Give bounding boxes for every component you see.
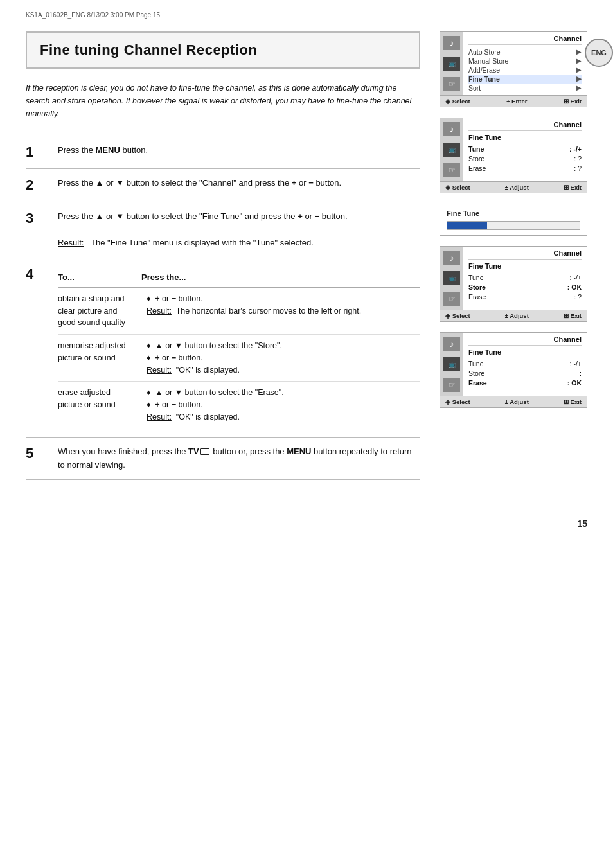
step-2-minus: −: [308, 178, 314, 188]
step-4-body: To... Press the... obtain a sharp and cl…: [58, 266, 420, 429]
channel-menu-item-autosore: Auto Store ▶: [468, 48, 582, 57]
page-number-container: 15: [0, 506, 613, 542]
row1-action: obtain a sharp and clear picture and goo…: [58, 287, 141, 334]
col-header-press: Press the...: [141, 269, 420, 287]
channel-menu-screen: ♪ 📺 ☞ Channel Auto Store ▶ Manual Store …: [440, 31, 587, 107]
step-2: 2 Press the ▲ or ▼ button to select the …: [26, 168, 420, 201]
title-box: Fine tuning Channel Reception: [26, 31, 420, 69]
footer-select-4: ◈ Select: [445, 398, 470, 405]
fine-tune-bar-container: [447, 221, 580, 230]
fine-tune-store-header: Channel: [468, 249, 582, 260]
table-row: erase adjusted picture or sound ♦ ▲ or ▼…: [58, 382, 420, 429]
menu-icon-4-2: 📺: [443, 357, 460, 371]
fine-tune-store-content: Channel Fine Tune Tune : -/+ Store : OK …: [463, 247, 587, 310]
step-3-result-label: Result:: [58, 238, 84, 247]
fine-tune-erase-header: Channel: [468, 335, 582, 346]
fine-tune-1-title: Fine Tune: [468, 134, 582, 141]
footer-exit: ⊞ Exit: [564, 98, 582, 105]
menu-icon-1: ♪: [443, 36, 460, 50]
fine-tune-erase-footer: ◈ Select ± Adjust ⊞ Exit: [440, 396, 587, 407]
fine-tune-menu-screen-store: ♪ 📺 ☞ Channel Fine Tune Tune : -/+ Store…: [440, 246, 587, 322]
right-column: ♪ 📺 ☞ Channel Auto Store ▶ Manual Store …: [440, 31, 587, 480]
fine-tune-erase-title: Fine Tune: [468, 348, 582, 356]
row2-result-label: Result:: [147, 366, 172, 375]
page-title: Fine tuning Channel Reception: [40, 42, 406, 58]
menu-icon-2-3: ☞: [443, 163, 460, 177]
fine-tune-1-footer: ◈ Select ± Adjust ⊞ Exit: [440, 181, 587, 193]
fine-tune-store-title: Fine Tune: [468, 262, 582, 270]
step-5-tv: TV: [188, 447, 199, 456]
file-info: KS1A_01602B_ENG 8/13/02 3:00 PM Page 15: [26, 12, 160, 19]
submenu-store: Store : ?: [468, 154, 582, 163]
step-3-body: Press the ▲ or ▼ button to select the "F…: [58, 210, 420, 250]
submenu-tune-3: Tune : -/+: [468, 272, 582, 282]
submenu-store-3: Store : OK: [468, 282, 582, 292]
menu-icon-4-3: ☞: [443, 378, 460, 392]
step-4-number: 4: [26, 266, 45, 283]
row3-action: erase adjusted picture or sound: [58, 382, 141, 429]
step-1-bold: MENU: [96, 145, 120, 155]
fine-tune-menu-screen-1: ♪ 📺 ☞ Channel Fine Tune Tune : -/+ Store…: [440, 118, 587, 193]
footer-adjust-2: ± Adjust: [505, 184, 529, 191]
menu-icon-2-1: ♪: [443, 122, 460, 136]
step-5: 5 When you have finished, press the TV b…: [26, 437, 420, 481]
channel-menu-item-manualstore: Manual Store ▶: [468, 57, 582, 66]
footer-select-2: ◈ Select: [445, 184, 470, 191]
menu-icons: ♪ 📺 ☞: [440, 32, 463, 95]
menu-icons-3: ♪ 📺 ☞: [440, 247, 463, 310]
step-4-table: To... Press the... obtain a sharp and cl…: [58, 269, 420, 429]
col-header-to: To...: [58, 269, 141, 287]
page-number: 15: [577, 518, 587, 529]
channel-menu-item-finetune: Fine Tune ▶: [468, 75, 582, 84]
table-row: memorise adjusted picture or sound ♦ ▲ o…: [58, 335, 420, 382]
menu-icon-3-3: ☞: [443, 292, 460, 306]
step-1: 1 Press the MENU button.: [26, 136, 420, 168]
footer-exit-3: ⊞ Exit: [564, 312, 582, 319]
submenu-tune: Tune : -/+: [468, 144, 582, 154]
footer-adjust-3: ± Adjust: [505, 312, 529, 319]
channel-menu-item-sort: Sort ▶: [468, 84, 582, 93]
row3-result-label: Result:: [147, 412, 172, 421]
step-3: 3 Press the ▲ or ▼ button to select the …: [26, 202, 420, 258]
submenu-tune-4: Tune : -/+: [468, 359, 582, 368]
left-column: Fine tuning Channel Reception If the rec…: [26, 31, 420, 480]
step-3-minus: −: [315, 211, 320, 221]
submenu-erase-4: Erase : OK: [468, 378, 582, 387]
menu-icons-2: ♪ 📺 ☞: [440, 118, 463, 181]
channel-menu-content: Channel Auto Store ▶ Manual Store ▶ Add/…: [463, 32, 587, 95]
row1-result-label: Result:: [147, 306, 172, 315]
footer-enter: ± Enter: [506, 98, 527, 105]
fine-tune-bar-fill: [447, 222, 487, 229]
menu-icon-3-1: ♪: [443, 251, 460, 265]
fine-tune-1-header: Channel: [468, 121, 582, 131]
step-4: 4 To... Press the... obtain a sharp and …: [26, 258, 420, 437]
main-content: Fine tuning Channel Reception If the rec…: [0, 19, 613, 506]
step-2-number: 2: [26, 177, 45, 193]
row1-instruction: ♦ + or − button. Result: The horizontal …: [141, 287, 420, 334]
fine-tune-bar-screen: Fine Tune: [440, 204, 587, 236]
menu-icons-4: ♪ 📺 ☞: [440, 333, 463, 396]
channel-menu-footer: ◈ Select ± Enter ⊞ Exit: [440, 95, 587, 107]
step-2-body: Press the ▲ or ▼ button to select the "C…: [58, 177, 420, 190]
footer-select: ◈ Select: [445, 98, 470, 105]
channel-menu-item-adderase: Add/Erase ▶: [468, 66, 582, 75]
fine-tune-bar-label: Fine Tune: [447, 209, 580, 217]
step-3-number: 3: [26, 210, 45, 227]
table-row: obtain a sharp and clear picture and goo…: [58, 287, 420, 334]
menu-icon-2: 📺: [443, 57, 460, 71]
step-5-menu: MENU: [287, 447, 311, 456]
menu-icon-4-1: ♪: [443, 337, 460, 351]
footer-adjust-4: ± Adjust: [505, 398, 529, 405]
step-1-body: Press the MENU button.: [58, 144, 420, 157]
footer-select-3: ◈ Select: [445, 312, 470, 319]
fine-tune-menu-screen-erase: ♪ 📺 ☞ Channel Fine Tune Tune : -/+ Store…: [440, 332, 587, 408]
intro-text: If the reception is clear, you do not ha…: [26, 82, 420, 120]
fine-tune-store-footer: ◈ Select ± Adjust ⊞ Exit: [440, 310, 587, 321]
step-3-plus: +: [298, 211, 303, 221]
row3-instruction: ♦ ▲ or ▼ button to select the "Erase". ♦…: [141, 382, 420, 429]
step-2-plus: +: [292, 178, 297, 188]
eng-badge: ENG: [585, 39, 613, 67]
menu-icon-3: ☞: [443, 77, 460, 91]
page-meta: KS1A_01602B_ENG 8/13/02 3:00 PM Page 15: [0, 0, 613, 19]
row2-action: memorise adjusted picture or sound: [58, 335, 141, 382]
